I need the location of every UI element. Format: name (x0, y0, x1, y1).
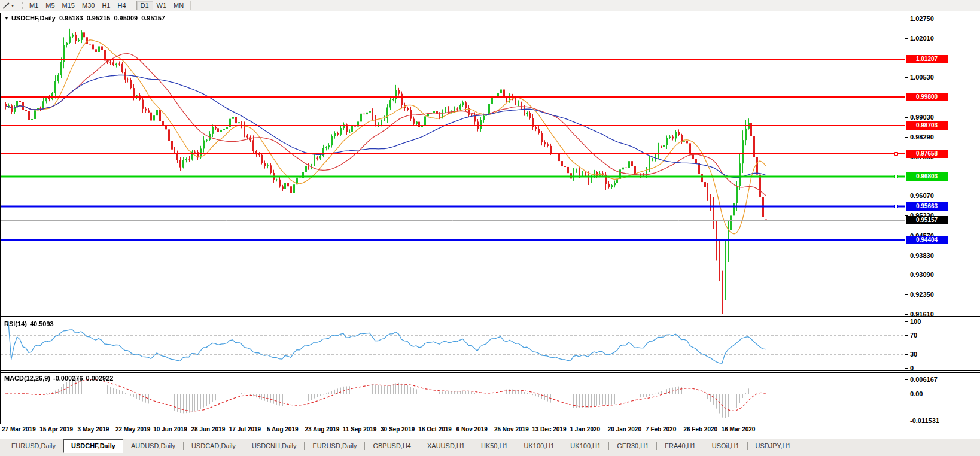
date-axis-label: 28 Jun 2019 (191, 426, 226, 433)
chart-tab-xauusd-h1[interactable]: XAUUSD,H1 (419, 439, 473, 452)
macd-tick-dash (905, 421, 908, 421)
date-axis-label: 15 Apr 2019 (39, 426, 73, 433)
main-panel-bottom-border (0, 316, 980, 317)
macd-main-value: -0.000276 (53, 375, 83, 382)
price-line-tag[interactable]: 1.01207 (906, 55, 948, 63)
chart-tab-usdcad-daily[interactable]: USDCAD,Daily (184, 439, 244, 452)
chart-tab-uk100-h1[interactable]: UK100,H1 (562, 439, 608, 452)
chart-tab-audusd-daily[interactable]: AUDUSD,Daily (123, 439, 183, 452)
price-tick-label: 1.00530 (910, 74, 934, 81)
price-tick-dash (905, 19, 908, 19)
rsi-tick-label: 30 (910, 351, 917, 358)
macd-tick-label: 0.00 (910, 390, 923, 397)
price-tick-dash (905, 256, 908, 256)
rsi-tick-dash (905, 368, 908, 369)
timeframe-button-m15[interactable]: M15 (59, 1, 78, 10)
price-tick-dash (905, 196, 908, 196)
chart-tab-eurusd-daily[interactable]: EURUSD,Daily (4, 439, 63, 452)
price-tick-label: 0.93830 (910, 252, 934, 259)
rsi-panel-bottom-border (0, 370, 980, 371)
toolbar-grip-handle[interactable] (22, 2, 23, 9)
date-axis-label: 27 Mar 2019 (2, 426, 36, 433)
price-tick-label: 1.02010 (910, 35, 934, 42)
timeframe-toolbar: ▾ M1M5M15M30H1H4D1W1MN (0, 0, 980, 11)
chart-title: ▼USDCHF,Daily0.951830.952150.950090.9515… (4, 14, 169, 22)
price-tick-dash (905, 275, 908, 275)
chart-tab-gbpusd-h4[interactable]: GBPUSD,H4 (365, 439, 419, 452)
timeframe-button-h4[interactable]: H4 (114, 1, 129, 10)
line-tool-icon (2, 2, 11, 10)
date-axis-label: 23 Aug 2019 (305, 426, 339, 433)
timeframe-button-mn[interactable]: MN (170, 1, 187, 10)
timeframe-button-d1[interactable]: D1 (136, 1, 153, 10)
toolbar-separator (17, 1, 17, 10)
toolbar-separator (133, 1, 133, 10)
main-chart-canvas[interactable] (1, 13, 905, 315)
rsi-tick-dash (905, 335, 908, 336)
price-axis-line (905, 13, 905, 424)
timeframe-button-w1[interactable]: W1 (153, 1, 171, 10)
price-tick-label: 0.93090 (910, 271, 934, 278)
macd-tick-label: 0.006167 (910, 376, 938, 383)
price-tick-label: 0.91610 (910, 311, 934, 318)
rsi-tick-label: 70 (910, 332, 917, 339)
price-line-tag[interactable]: 0.96803 (906, 172, 948, 181)
date-axis-label: 10 Jun 2019 (153, 426, 187, 433)
line-tool-button[interactable]: ▾ (2, 2, 14, 10)
chart-tab-usdchf-daily[interactable]: USDCHF,Daily (63, 439, 123, 453)
ohlc-low: 0.95009 (114, 14, 138, 22)
date-axis-label: 30 Sep 2019 (381, 426, 415, 433)
price-line-tag[interactable]: 0.94404 (906, 236, 948, 244)
price-line-tag[interactable]: 0.98703 (906, 121, 948, 130)
date-axis-label: 26 Feb 2020 (683, 426, 717, 433)
chart-symbol: USDCHF,Daily (11, 14, 56, 22)
chart-tab-usoil-h1[interactable]: USOil,H1 (704, 439, 747, 452)
chart-tab-uk100-h1[interactable]: UK100,H1 (516, 439, 562, 452)
macd-tick-label: -0.011531 (910, 417, 939, 424)
rsi-tick-label: 100 (910, 318, 921, 325)
date-axis-label: 17 Jul 2019 (229, 426, 261, 433)
date-axis-label: 20 Jan 2020 (608, 426, 641, 433)
timeframe-button-m30[interactable]: M30 (78, 1, 98, 10)
rsi-tick-label: 0 (910, 364, 914, 372)
timeframe-button-m1[interactable]: M1 (26, 1, 42, 10)
rsi-label: RSI(14)40.5093 (4, 320, 57, 327)
price-line-tag[interactable]: 0.99800 (906, 93, 948, 101)
price-tick-label: 0.92350 (910, 291, 934, 298)
rsi-tick-dash (905, 354, 908, 355)
date-axis-label: 6 Nov 2019 (456, 426, 488, 433)
chart-tab-fra40-h1[interactable]: FRA40,H1 (657, 439, 703, 452)
date-axis-label: 5 Aug 2019 (267, 426, 298, 433)
price-tick-dash (905, 77, 908, 78)
chart-tab-hk50-h1[interactable]: HK50,H1 (473, 439, 516, 452)
chart-tab-eurusd-daily[interactable]: EURUSD,Daily (305, 439, 364, 452)
price-tick-label: 0.99030 (910, 114, 934, 121)
time-axis-line (0, 424, 980, 424)
chevron-down-icon[interactable]: ▾ (11, 3, 14, 8)
ohlc-close: 0.95157 (141, 14, 165, 22)
price-tick-dash (905, 137, 908, 138)
macd-tick-dash (905, 379, 908, 380)
price-tick-label: 0.98290 (910, 133, 934, 141)
price-tick-dash (905, 38, 908, 39)
date-axis-label: 18 Oct 2019 (418, 426, 452, 433)
timeframe-button-h1[interactable]: H1 (98, 1, 114, 10)
date-axis-label: 1 Jan 2020 (570, 426, 601, 433)
chart-tab-usdcnh-daily[interactable]: USDCNH,Daily (244, 439, 305, 452)
chart-tab-usdjpy-h1[interactable]: USDJPY,H1 (748, 439, 799, 452)
price-line-tag[interactable]: 0.97658 (906, 150, 948, 158)
macd-panel-canvas[interactable] (1, 373, 905, 424)
date-axis-label: 22 May 2019 (115, 426, 150, 433)
macd-tick-dash (905, 394, 908, 394)
date-axis-label: 11 Sep 2019 (343, 426, 377, 433)
ohlc-high: 0.95215 (87, 14, 111, 22)
price-tick-dash (905, 314, 908, 315)
chart-tab-ger30-h1[interactable]: GER30,H1 (609, 439, 656, 452)
price-line-tag[interactable]: 0.95663 (906, 202, 948, 211)
date-axis-label: 25 Nov 2019 (494, 426, 529, 433)
macd-label: MACD(12,26,9)-0.0002760.002922 (4, 375, 116, 382)
date-axis-label: 3 May 2019 (78, 426, 109, 433)
timeframe-button-m5[interactable]: M5 (42, 1, 58, 10)
chart-symbol-dropdown-icon[interactable]: ▼ (4, 16, 9, 21)
rsi-panel-canvas[interactable] (1, 318, 905, 370)
